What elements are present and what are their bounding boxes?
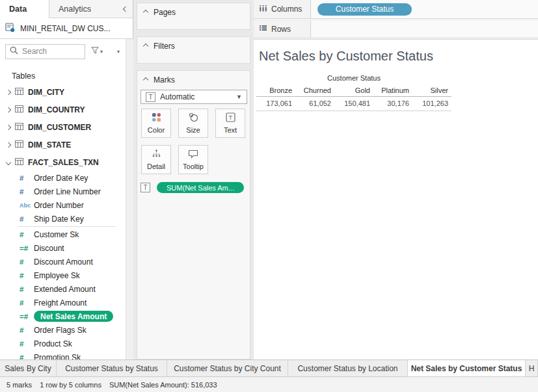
- chevron-right-icon[interactable]: [6, 142, 11, 147]
- column-header-platinum[interactable]: Platinum: [373, 86, 412, 94]
- datasource-icon: [5, 23, 16, 34]
- field-row-ship-date-key[interactable]: #Ship Date Key: [0, 212, 125, 226]
- detail-mark-button[interactable]: Detail: [141, 145, 171, 174]
- marks-buttons: ColorSizeTTextDetailTooltip: [141, 109, 249, 174]
- datasource-row[interactable]: MINI_RETAIL_DW CUS...: [0, 18, 133, 39]
- number-field-icon: #: [20, 272, 34, 280]
- mark-type-dropdown[interactable]: T Automatic ▼: [141, 90, 247, 104]
- search-input[interactable]: [22, 47, 81, 56]
- field-row-employee-sk[interactable]: #Employee Sk: [0, 268, 125, 282]
- data-pane-scrollbar[interactable]: [126, 39, 133, 359]
- cell-value-platinum[interactable]: 30,176: [373, 99, 412, 107]
- rows-shelf[interactable]: Rows: [254, 20, 538, 38]
- columns-shelf-content[interactable]: Customer Status: [311, 0, 538, 18]
- chevron-right-icon[interactable]: [6, 124, 11, 129]
- encoding-pill-sum-net-sales[interactable]: SUM(Net Sales Am...: [157, 182, 244, 193]
- text-mark-button[interactable]: TText: [215, 109, 245, 138]
- columns-icon: [259, 5, 267, 14]
- field-name: Promotion Sk: [34, 353, 81, 360]
- search-row: ▾ ▾: [0, 39, 125, 64]
- tooltip-icon: [188, 150, 198, 161]
- collapse-pane-button[interactable]: [118, 0, 133, 18]
- search-box[interactable]: [5, 44, 85, 59]
- field-filter-button[interactable]: ▾: [89, 46, 105, 57]
- field-row-extended-amount[interactable]: #Extended Amount: [0, 282, 125, 296]
- chevron-right-icon[interactable]: [6, 89, 11, 94]
- field-row-discount-amount[interactable]: #Discount Amount: [0, 255, 125, 268]
- data-pane-tabs: Data Analytics: [0, 0, 133, 18]
- field-name: Extended Amount: [34, 285, 96, 294]
- sheet-tab-customer-status-by-city-count[interactable]: Customer Status by City Count: [167, 360, 288, 376]
- field-name: Order Line Number: [34, 187, 101, 196]
- marks-card: Marks T Automatic ▼ ColorSizeTTextDetail…: [137, 70, 250, 359]
- field-row-net-sales-amount[interactable]: =#Net Sales Amount: [0, 309, 125, 323]
- size-mark-button[interactable]: Size: [178, 109, 208, 138]
- column-header-churned[interactable]: Churned: [295, 86, 334, 94]
- field-row-order-flags-sk[interactable]: #Order Flags Sk: [0, 323, 125, 337]
- field-row-discount[interactable]: =#Discount: [0, 241, 125, 255]
- field-row-freight-amount[interactable]: #Freight Amount: [0, 296, 125, 309]
- chevron-down-icon: ▼: [236, 94, 242, 100]
- table-row-dim_customer[interactable]: DIM_CUSTOMER: [0, 118, 125, 136]
- calculated-number-field-icon: =#: [20, 244, 34, 252]
- chevron-up-icon[interactable]: [143, 44, 148, 49]
- search-icon: [10, 46, 18, 57]
- field-row-order-line-number[interactable]: #Order Line Number: [0, 185, 125, 198]
- sheet-tab-h[interactable]: H: [526, 360, 538, 376]
- mark-button-label: Color: [148, 126, 165, 134]
- field-row-order-number[interactable]: AbcOrder Number: [0, 198, 125, 212]
- table-row-fact_sales_txn[interactable]: FACT_SALES_TXN: [0, 153, 125, 171]
- table-name: DIM_CUSTOMER: [28, 123, 91, 132]
- column-header-gold[interactable]: Gold: [334, 86, 373, 94]
- columns-label-text: Columns: [271, 5, 302, 14]
- text-encoding-icon[interactable]: T: [141, 183, 150, 192]
- table-name: DIM_CITY: [28, 88, 64, 97]
- work-area: Columns Customer Status Rows Net Sales b…: [254, 0, 538, 359]
- chevron-up-icon[interactable]: [143, 10, 148, 15]
- chevron-up-icon[interactable]: [143, 77, 148, 83]
- sheet-tab-customer-status-by-location[interactable]: Customer Status by Location: [288, 360, 408, 376]
- chevron-down-icon[interactable]: [6, 159, 11, 164]
- tab-data[interactable]: Data: [0, 0, 49, 18]
- cell-value-gold[interactable]: 150,481: [334, 99, 373, 107]
- funnel-icon: [91, 47, 99, 56]
- data-pane: Data Analytics MINI_RETAIL_DW CUS... ▾: [0, 0, 133, 359]
- table-row-dim_state[interactable]: DIM_STATE: [0, 136, 125, 153]
- table-row-dim_country[interactable]: DIM_COUNTRY: [0, 101, 125, 118]
- number-field-icon: #: [20, 258, 34, 266]
- datasource-name: MINI_RETAIL_DW CUS...: [20, 24, 110, 33]
- sheet-tab-customer-status-by-status[interactable]: Customer Status by Status: [57, 360, 167, 376]
- sheet-canvas[interactable]: Net Sales by Customer Status Customer St…: [254, 39, 538, 359]
- pane-options-button[interactable]: ▾: [115, 47, 122, 56]
- table-icon: [15, 105, 23, 114]
- tooltip-mark-button[interactable]: Tooltip: [178, 145, 208, 174]
- columns-shelf[interactable]: Columns Customer Status: [254, 0, 538, 19]
- field-row-product-sk[interactable]: #Product Sk: [0, 337, 125, 350]
- rows-shelf-content[interactable]: [311, 20, 538, 38]
- column-header-bronze[interactable]: Bronze: [256, 86, 295, 94]
- marks-card-label: Marks: [154, 75, 175, 85]
- field-name: Order Flags Sk: [34, 326, 87, 335]
- field-row-customer-sk[interactable]: #Customer Sk: [0, 228, 125, 241]
- dimension-measure-separator: [18, 226, 116, 227]
- table-name: DIM_COUNTRY: [28, 105, 85, 114]
- field-name-selected: Net Sales Amount: [34, 311, 113, 322]
- pages-card: Pages: [137, 3, 250, 30]
- field-row-order-date-key[interactable]: #Order Date Key: [0, 171, 125, 185]
- number-field-icon: #: [20, 354, 34, 360]
- cell-value-churned[interactable]: 61,052: [295, 99, 334, 107]
- cell-value-bronze[interactable]: 173,061: [256, 99, 295, 107]
- color-mark-button[interactable]: Color: [141, 109, 171, 138]
- column-header-silver[interactable]: Silver: [412, 86, 451, 94]
- cards-pane: Pages Filters Marks T Automatic ▼ ColorS…: [133, 0, 254, 359]
- tab-analytics[interactable]: Analytics: [49, 0, 118, 18]
- field-row-promotion-sk[interactable]: #Promotion Sk: [0, 350, 125, 359]
- mark-button-label: Tooltip: [183, 163, 204, 170]
- sheet-tab-net-sales-by-customer-status[interactable]: Net Sales by Customer Status: [408, 360, 526, 376]
- cell-value-silver[interactable]: 101,263: [412, 99, 451, 107]
- sheet-tab-sales-by-city[interactable]: Sales By City: [0, 360, 57, 376]
- rows-shelf-label: Rows: [254, 20, 311, 38]
- pill-customer-status[interactable]: Customer Status: [317, 3, 412, 16]
- chevron-right-icon[interactable]: [6, 107, 11, 112]
- table-row-dim_city[interactable]: DIM_CITY: [0, 83, 125, 101]
